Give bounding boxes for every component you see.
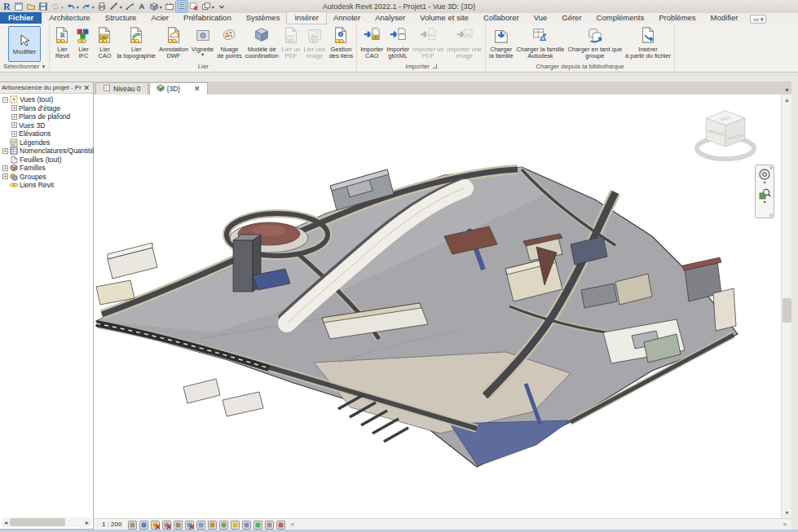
temporary-hide-isolate-icon[interactable] [219, 520, 229, 530]
tab-annoter[interactable]: Annoter [326, 12, 368, 24]
expand-icon[interactable]: + [2, 148, 8, 154]
rendering-dialog-icon[interactable] [174, 520, 183, 530]
tab-collaborer[interactable]: Collaborer [476, 12, 527, 24]
tab-vue[interactable]: Vue [527, 12, 555, 24]
tab-analyser[interactable]: Analyser [368, 12, 412, 24]
text-icon[interactable]: A [136, 1, 148, 12]
steering-wheel-icon[interactable] [758, 168, 771, 181]
coordination-model-button[interactable]: Modèle de coordination [244, 25, 280, 59]
shadows-icon[interactable] [162, 520, 172, 530]
scroll-right-icon[interactable]: > [783, 521, 787, 528]
view-tab-list-icon[interactable]: ▼ [784, 87, 790, 93]
view-tab-niveau-0[interactable]: Niveau 0 [95, 82, 148, 95]
thinlines-icon[interactable] [176, 1, 187, 12]
expand-icon[interactable]: + [11, 105, 17, 111]
tree-item-vues-3d[interactable]: +Vues 3D [0, 121, 93, 130]
view3d-icon[interactable]: ▾ [148, 1, 163, 12]
temporary-view-properties-icon[interactable] [242, 520, 252, 530]
import-cad-button[interactable]: CAOImporter CAO [359, 25, 385, 59]
expand-icon[interactable]: + [2, 174, 8, 179]
tab-g-rer[interactable]: Gérer [554, 12, 589, 24]
tree-item-familles[interactable]: +Familles [0, 164, 93, 173]
caret-down-icon[interactable]: ▾ [92, 4, 95, 10]
scrollbar-thumb[interactable] [10, 518, 65, 526]
view-cube[interactable]: HAUT ARRIÈRE GAUCHE [694, 104, 756, 166]
tab-compl-ments[interactable]: Compléments [589, 12, 652, 24]
tree-item-liens-revit[interactable]: Liens Revit [0, 181, 93, 190]
scrollbar-thumb[interactable] [783, 298, 791, 323]
panel-label-selectionner[interactable]: Sélectionner▼ [0, 62, 49, 72]
link-ifc-button[interactable]: Lier IFC [73, 25, 94, 59]
sync-icon[interactable]: ▾ [50, 1, 64, 12]
view-scale-button[interactable]: 1 : 200 [102, 521, 121, 528]
dwf-markup-button[interactable]: Annotation DWF [157, 25, 190, 59]
modify-ribbon-state-icon[interactable]: ▭ ▾ [750, 15, 766, 24]
tree-item-nomenclatures-quantit-s-t[interactable]: +Nomenclatures/Quantités (t [0, 147, 93, 156]
lock-3d-view-icon[interactable] [208, 520, 218, 530]
crop-region-icon[interactable] [196, 520, 206, 530]
expand-icon[interactable]: + [11, 122, 17, 128]
scroll-right-icon[interactable]: ► [83, 520, 91, 525]
3d-city-model[interactable] [94, 95, 781, 518]
drawing-area[interactable]: HAUT ARRIÈRE GAUCHE ▾ ▾ [94, 95, 781, 518]
tab-fichier[interactable]: Fichier [0, 12, 42, 24]
reveal-constraints-icon[interactable] [276, 520, 286, 530]
tree-item-plans-de-plafond[interactable]: +Plans de plafond [0, 112, 93, 121]
tab-pr-fabrication[interactable]: Préfabrication [176, 12, 239, 24]
zoom-icon[interactable] [758, 187, 771, 200]
expand-icon[interactable]: + [11, 131, 17, 137]
window-icon[interactable] [13, 1, 24, 12]
project-browser-header[interactable]: Arborescence du projet - Proje... ✕ [0, 82, 93, 94]
tree-item-l-gendes[interactable]: Légendes [0, 138, 93, 147]
scroll-left-icon[interactable]: ◄ [2, 520, 10, 525]
switchwindows-icon[interactable]: ▾ [201, 1, 215, 12]
import-gbxml-button[interactable]: Importer gbXML [385, 25, 411, 59]
load-as-group-button[interactable]: Charger en tant que groupe [566, 25, 624, 59]
load-family-button[interactable]: Charger la famille [487, 25, 515, 59]
expand-icon[interactable]: + [11, 114, 17, 120]
tab-architecture[interactable]: Architecture [42, 12, 98, 24]
reveal-hidden-elements-icon[interactable] [231, 520, 240, 530]
load-autodesk-family-button[interactable]: Charger la famille Autodesk [515, 25, 567, 59]
modify-button[interactable]: Modifier [8, 26, 41, 62]
tab-volume-et-site[interactable]: Volume et site [412, 12, 476, 24]
tab-probl-mes[interactable]: Problèmes [651, 12, 703, 24]
displacement-sets-icon[interactable] [265, 520, 275, 530]
close-icon[interactable]: ✕ [82, 84, 91, 92]
crop-view-icon[interactable] [185, 520, 195, 530]
print-icon[interactable] [96, 1, 108, 12]
tree-item-el-vations[interactable]: +Elévations [0, 130, 93, 138]
open-icon[interactable] [25, 1, 37, 12]
decal-button[interactable]: Vignette▼ [190, 25, 215, 56]
browser-horizontal-scrollbar[interactable]: ◄ ► [2, 517, 91, 527]
save-icon[interactable] [37, 1, 49, 12]
manage-links-button[interactable]: Gestion des liens [328, 25, 355, 59]
link-revit-button[interactable]: RLier Revit [51, 25, 73, 59]
analytical-model-icon[interactable] [254, 520, 263, 530]
tree-item-feuilles-tout-[interactable]: Feuilles (tout) [0, 156, 93, 165]
viewport-horizontal-scrollbar[interactable] [296, 520, 781, 529]
customize-icon[interactable] [216, 1, 227, 12]
dimension-icon[interactable] [124, 1, 135, 12]
link-topography-button[interactable]: Lier la topographie [115, 25, 157, 59]
caret-down-icon[interactable]: ▼ [201, 53, 205, 56]
close-icon[interactable]: ✕ [194, 85, 201, 93]
collapse-left-icon[interactable]: < [290, 521, 294, 528]
viewport-vertical-scrollbar[interactable]: ▲ ▼ [781, 95, 791, 518]
view-tab--3d-[interactable]: {3D}✕ [149, 82, 208, 95]
collapse-icon[interactable]: − [2, 97, 8, 103]
tree-item-plans-d-tage[interactable]: +Plans d'étage [0, 104, 93, 113]
tab-syst-mes[interactable]: Systèmes [239, 12, 288, 24]
caret-down-icon[interactable]: ▾ [212, 4, 214, 10]
section-icon[interactable] [164, 1, 175, 12]
link-cad-button[interactable]: CAOLier CAO [94, 25, 115, 59]
redo-icon[interactable]: ▾ [81, 1, 95, 12]
revit-logo-icon[interactable]: R [3, 1, 11, 13]
caret-down-icon[interactable]: ▾ [160, 4, 162, 10]
insert-from-file-button[interactable]: Insérer à partir du fichier [624, 25, 672, 59]
tab-structure[interactable]: Structure [98, 12, 144, 24]
measure-icon[interactable]: ▾ [108, 1, 123, 12]
sun-path-icon[interactable] [151, 520, 161, 530]
caret-down-icon[interactable]: ▾ [61, 4, 64, 10]
tab-modifier[interactable]: Modifier [703, 12, 746, 24]
